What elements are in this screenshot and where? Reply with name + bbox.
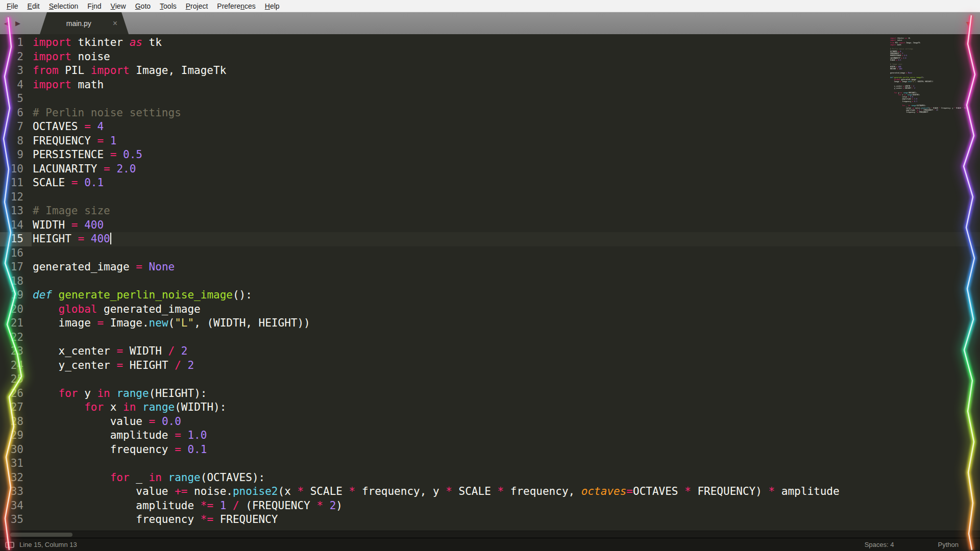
menu-view[interactable]: View xyxy=(106,2,131,10)
line-number: 31 xyxy=(0,457,32,471)
status-bar: Line 15, Column 13 Spaces: 4 Python xyxy=(0,538,980,551)
code-line-17[interactable]: 17generated_image = None xyxy=(0,260,980,274)
menu-file[interactable]: File xyxy=(2,2,23,10)
tab-bar: ◀ ▶ main.py × ▼ xyxy=(0,12,980,34)
code-line-33[interactable]: 33 value += noise.pnoise2(x * SCALE * fr… xyxy=(0,485,980,499)
line-text xyxy=(32,92,33,106)
line-text xyxy=(32,274,33,289)
line-number: 25 xyxy=(0,372,32,387)
code-line-25[interactable]: 25 xyxy=(0,372,980,387)
line-text: import tkinter as tk xyxy=(32,36,162,50)
code-line-2[interactable]: 2import noise xyxy=(0,50,980,64)
menu-bar: FileEditSelectionFindViewGotoToolsProjec… xyxy=(0,0,980,12)
line-number: 18 xyxy=(0,274,32,289)
code-line-4[interactable]: 4import math xyxy=(0,78,980,92)
code-line-9[interactable]: 9PERSISTENCE = 0.5 xyxy=(0,148,980,162)
code-line-15[interactable]: 15HEIGHT = 400 xyxy=(0,232,980,246)
line-text: x_center = WIDTH / 2 xyxy=(32,344,188,359)
line-number: 10 xyxy=(0,162,32,177)
tab-scroll-left-icon[interactable]: ◀ xyxy=(4,12,9,34)
code-line-28[interactable]: 28 value = 0.0 xyxy=(0,415,980,429)
code-line-6[interactable]: 6# Perlin noise settings xyxy=(0,106,980,120)
layout-icon xyxy=(5,542,14,548)
line-text xyxy=(32,331,33,345)
line-number: 4 xyxy=(0,78,32,92)
line-number: 26 xyxy=(0,387,32,401)
code-line-13[interactable]: 13# Image size xyxy=(0,204,980,218)
code-line-27[interactable]: 27 for x in range(WIDTH): xyxy=(0,400,980,415)
line-text: image = Image.new("L", (WIDTH, HEIGHT)) xyxy=(32,316,310,331)
line-number: 22 xyxy=(0,331,32,345)
code-line-12[interactable]: 12 xyxy=(0,190,980,205)
line-number: 33 xyxy=(0,485,32,499)
desktop: { "menu_bar": { "items": [ {"label": "Fi… xyxy=(0,0,980,551)
menu-selection[interactable]: Selection xyxy=(44,2,83,10)
line-text: PERSISTENCE = 0.5 xyxy=(32,148,142,162)
line-text: # Image size xyxy=(32,204,110,218)
syntax-status[interactable]: Python xyxy=(938,541,959,548)
menu-preferences[interactable]: Preferences xyxy=(212,2,260,10)
code-line-30[interactable]: 30 frequency = 0.1 xyxy=(0,443,980,457)
code-line-19[interactable]: 19def generate_perlin_noise_image(): xyxy=(0,288,980,303)
tab-close-icon[interactable]: × xyxy=(113,19,129,28)
line-text: LACUNARITY = 2.0 xyxy=(32,162,136,177)
menu-project[interactable]: Project xyxy=(181,2,213,10)
line-text xyxy=(32,372,33,387)
horizontal-scrollbar-thumb[interactable] xyxy=(10,533,72,537)
code-line-11[interactable]: 11SCALE = 0.1 xyxy=(0,176,980,190)
line-text: for _ in range(OCTAVES): xyxy=(32,471,265,485)
code-line-8[interactable]: 8FREQUENCY = 1 xyxy=(0,134,980,148)
tab-main-py[interactable]: main.py × xyxy=(40,12,129,34)
code-line-10[interactable]: 10LACUNARITY = 2.0 xyxy=(0,162,980,177)
line-text xyxy=(32,457,33,471)
code-line-24[interactable]: 24 y_center = HEIGHT / 2 xyxy=(0,359,980,373)
indentation-status[interactable]: Spaces: 4 xyxy=(865,541,894,548)
menu-find[interactable]: Find xyxy=(83,2,106,10)
line-number: 7 xyxy=(0,120,32,134)
code-line-26[interactable]: 26 for y in range(HEIGHT): xyxy=(0,387,980,401)
line-number: 27 xyxy=(0,400,32,415)
menu-tools[interactable]: Tools xyxy=(155,2,181,10)
code-line-23[interactable]: 23 x_center = WIDTH / 2 xyxy=(0,344,980,359)
line-number: 24 xyxy=(0,359,32,373)
line-number: 30 xyxy=(0,443,32,457)
line-number: 32 xyxy=(0,471,32,485)
code-line-14[interactable]: 14WIDTH = 400 xyxy=(0,218,980,233)
code-line-21[interactable]: 21 image = Image.new("L", (WIDTH, HEIGHT… xyxy=(0,316,980,331)
tab-scroll-right-icon[interactable]: ▶ xyxy=(15,12,20,34)
line-text: OCTAVES = 4 xyxy=(32,120,104,134)
code-line-5[interactable]: 5 xyxy=(0,92,980,106)
code-line-29[interactable]: 29 amplitude = 1.0 xyxy=(0,429,980,443)
code-line-18[interactable]: 18 xyxy=(0,274,980,289)
line-number: 35 xyxy=(0,513,32,527)
code-line-22[interactable]: 22 xyxy=(0,331,980,345)
line-text: amplitude *= 1 / (FREQUENCY * 2) xyxy=(32,499,342,513)
tab-overflow-icon[interactable]: ▼ xyxy=(965,19,972,28)
menu-edit[interactable]: Edit xyxy=(23,2,44,10)
code-line-1[interactable]: 1import tkinter as tk xyxy=(0,36,980,50)
line-text: for x in range(WIDTH): xyxy=(32,400,226,415)
cursor-position-status[interactable]: Line 15, Column 13 xyxy=(19,541,77,548)
line-number: 23 xyxy=(0,344,32,359)
code-line-32[interactable]: 32 for _ in range(OCTAVES): xyxy=(0,471,980,485)
code-line-31[interactable]: 31 xyxy=(0,457,980,471)
code-line-20[interactable]: 20 global generated_image xyxy=(0,303,980,317)
line-number: 28 xyxy=(0,415,32,429)
line-number: 17 xyxy=(0,260,32,274)
code-line-16[interactable]: 16 xyxy=(0,246,980,261)
line-text: SCALE = 0.1 xyxy=(32,176,104,190)
menu-goto[interactable]: Goto xyxy=(131,2,155,10)
code-line-3[interactable]: 3from PIL import Image, ImageTk xyxy=(0,64,980,78)
line-number: 16 xyxy=(0,246,32,261)
line-number: 3 xyxy=(0,64,32,78)
minimap[interactable]: import tkinter as tkimport noisefrom PIL… xyxy=(890,37,967,190)
code-editor: 1import tkinter as tk2import noise3from … xyxy=(0,34,980,531)
horizontal-scrollbar-track[interactable] xyxy=(0,531,980,538)
code-line-34[interactable]: 34 amplitude *= 1 / (FREQUENCY * 2) xyxy=(0,499,980,513)
line-number: 12 xyxy=(0,190,32,205)
code-line-35[interactable]: 35 frequency *= FREQUENCY xyxy=(0,513,980,527)
code-line-7[interactable]: 7OCTAVES = 4 xyxy=(0,120,980,134)
code-lines: 1import tkinter as tk2import noise3from … xyxy=(0,34,980,527)
menu-help[interactable]: Help xyxy=(260,2,284,10)
line-text: FREQUENCY = 1 xyxy=(32,134,116,148)
